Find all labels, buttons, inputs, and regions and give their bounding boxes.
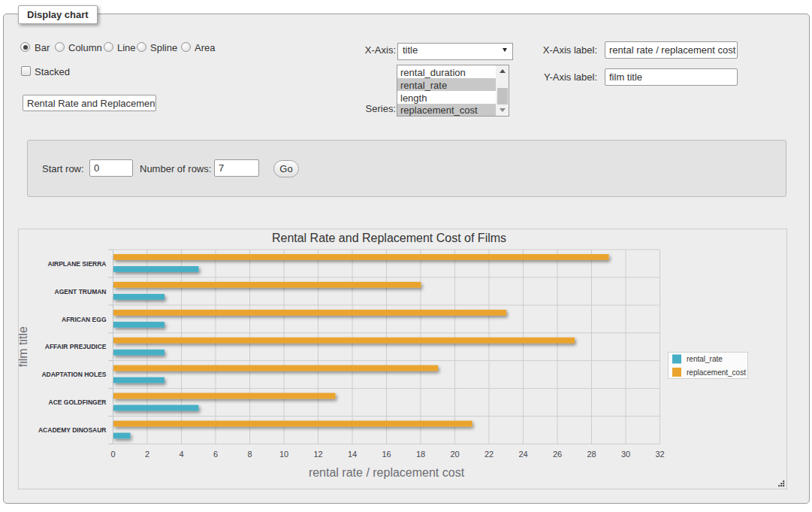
svg-text:2: 2 — [145, 450, 149, 459]
svg-text:24: 24 — [518, 450, 527, 459]
svg-text:replacement_cost: replacement_cost — [687, 368, 746, 377]
svg-text:28: 28 — [587, 450, 596, 459]
svg-text:8: 8 — [247, 450, 252, 459]
svg-text:rental_rate: rental_rate — [687, 355, 723, 363]
svg-text:26: 26 — [553, 450, 562, 459]
svg-text:film title: film title — [19, 326, 29, 367]
svg-text:ACADEMY DINOSAUR: ACADEMY DINOSAUR — [38, 426, 107, 434]
svg-text:Rental Rate and Replacement Co: Rental Rate and Replacement Cost of Film… — [272, 232, 506, 244]
svg-text:16: 16 — [382, 450, 391, 459]
svg-text:12: 12 — [313, 450, 322, 459]
svg-text:4: 4 — [179, 450, 183, 459]
svg-text:18: 18 — [416, 450, 425, 459]
svg-text:20: 20 — [450, 450, 459, 459]
svg-text:22: 22 — [484, 450, 494, 459]
svg-text:32: 32 — [655, 450, 664, 459]
svg-text:30: 30 — [621, 450, 630, 459]
svg-text:AGENT TRUMAN: AGENT TRUMAN — [55, 288, 107, 295]
svg-text:6: 6 — [213, 450, 218, 459]
svg-text:14: 14 — [348, 450, 357, 459]
svg-text:AIRPLANE SIERRA: AIRPLANE SIERRA — [48, 260, 107, 268]
svg-text:0: 0 — [110, 450, 115, 459]
svg-text:ADAPTATION HOLES: ADAPTATION HOLES — [41, 371, 106, 378]
svg-text:ACE GOLDFINGER: ACE GOLDFINGER — [49, 398, 107, 406]
svg-text:10: 10 — [279, 450, 288, 459]
svg-text:AFFAIR PREJUDICE: AFFAIR PREJUDICE — [45, 343, 107, 350]
svg-text:AFRICAN EGG: AFRICAN EGG — [62, 316, 107, 323]
svg-text:rental rate / replacement cost: rental rate / replacement cost — [309, 466, 465, 479]
